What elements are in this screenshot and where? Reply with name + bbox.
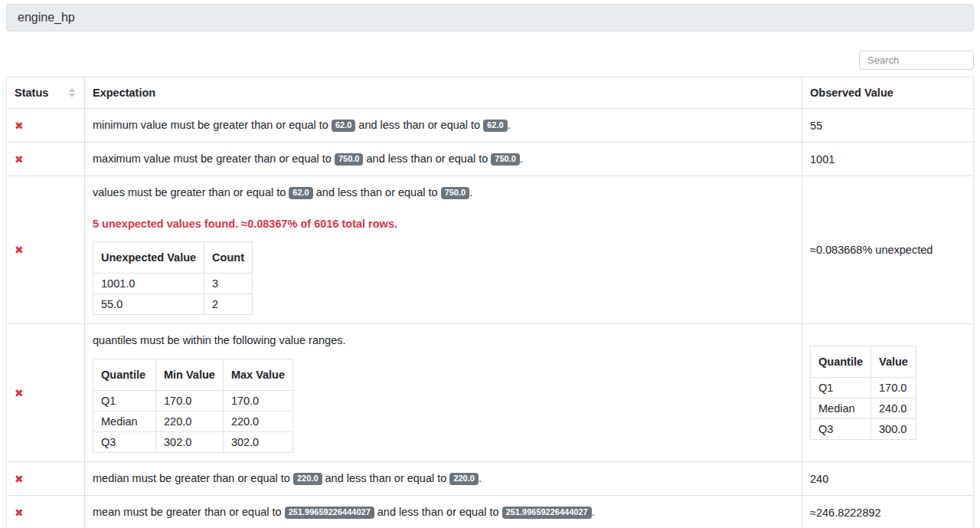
expectation-sentence: median must be greater than or equal to … bbox=[93, 471, 794, 487]
expectation-column-header: Expectation bbox=[85, 77, 802, 109]
expectation-row: ✖quantiles must be within the following … bbox=[7, 324, 974, 462]
fail-icon: ✖ bbox=[15, 244, 24, 256]
search-row bbox=[6, 51, 974, 70]
nested-table-header-cell: Value bbox=[871, 346, 916, 378]
nested-table-header-cell: Max Value bbox=[223, 359, 292, 391]
nested-table-header-cell: Count bbox=[204, 242, 253, 274]
nested-table-cell: Q3 bbox=[811, 419, 871, 440]
expectation-row: ✖maximum value must be greater than or e… bbox=[7, 143, 974, 176]
fail-icon: ✖ bbox=[15, 120, 24, 132]
nested-table-cell: Q1 bbox=[93, 391, 156, 412]
table-header-row: Status Expectation Observed Value bbox=[7, 77, 974, 109]
expectation-text: median must be greater than or equal to bbox=[93, 472, 293, 484]
value-badge: 251.99659226444027 bbox=[285, 507, 374, 519]
value-badge: 220.0 bbox=[449, 473, 479, 485]
expectation-text: and less than or equal to bbox=[313, 186, 441, 198]
nested-table-cell: 300.0 bbox=[871, 419, 916, 440]
expectation-sentence: mean must be greater than or equal to 25… bbox=[93, 504, 794, 520]
expectation-row: ✖minimum value must be greater than or e… bbox=[7, 109, 974, 143]
fail-icon: ✖ bbox=[15, 473, 24, 485]
nested-table-cell: Q1 bbox=[811, 378, 871, 398]
observed-value-text: 55 bbox=[810, 120, 822, 132]
expectation-cell: values must be greater than or equal to … bbox=[85, 176, 802, 324]
nested-table-cell: Median bbox=[811, 398, 871, 419]
nested-table-cell: 3 bbox=[204, 274, 253, 294]
value-badge: 750.0 bbox=[335, 153, 364, 166]
status-header-label: Status bbox=[15, 87, 48, 99]
expectation-text: and less than or equal to bbox=[374, 506, 502, 518]
nested-table-header-row: QuantileMin ValueMax Value bbox=[93, 359, 293, 391]
nested-table-cell: 170.0 bbox=[871, 378, 916, 398]
status-cell: ✖ bbox=[7, 496, 85, 528]
expectation-text: and less than or equal to bbox=[355, 119, 483, 131]
nested-table-row: Median220.0220.0 bbox=[93, 412, 293, 432]
expectation-cell: quantiles must be within the following v… bbox=[85, 324, 802, 462]
search-input[interactable] bbox=[859, 51, 974, 70]
nested-table-row: Q1170.0170.0 bbox=[93, 391, 293, 412]
expectation-text: and less than or equal to bbox=[322, 472, 450, 484]
value-badge: 251.99659226444027 bbox=[502, 507, 592, 519]
observed-value-text: 1001 bbox=[810, 153, 835, 166]
nested-table: Unexpected ValueCount1001.0355.02 bbox=[93, 241, 253, 315]
status-cell: ✖ bbox=[7, 176, 85, 324]
nested-table-header-cell: Quantile bbox=[811, 346, 871, 378]
nested-table-head: QuantileMin ValueMax Value bbox=[93, 359, 293, 391]
expectation-row: ✖values must be greater than or equal to… bbox=[7, 176, 974, 324]
nested-table-row: Median240.0 bbox=[811, 398, 916, 419]
status-cell: ✖ bbox=[7, 143, 85, 176]
unexpected-values-alert: 5 unexpected values found. ≈0.08367% of … bbox=[93, 216, 794, 231]
expectation-sentence: quantiles must be within the following v… bbox=[93, 333, 794, 349]
status-cell: ✖ bbox=[7, 109, 85, 143]
expectation-sentence: maximum value must be greater than or eq… bbox=[93, 151, 794, 167]
expectation-text: . bbox=[592, 506, 595, 518]
nested-table-cell: 2 bbox=[204, 294, 253, 315]
nested-table-cell: 302.0 bbox=[223, 432, 292, 453]
nested-table-cell: 170.0 bbox=[223, 391, 292, 412]
expectation-text: . bbox=[520, 152, 523, 165]
nested-table-header-row: QuantileValue bbox=[811, 346, 916, 378]
nested-table-row: Q3300.0 bbox=[811, 419, 916, 440]
expectation-sentence: minimum value must be greater than or eq… bbox=[93, 117, 794, 133]
expectation-cell: maximum value must be greater than or eq… bbox=[85, 143, 802, 176]
nested-table-cell: 170.0 bbox=[156, 391, 224, 412]
nested-table-head: Unexpected ValueCount bbox=[93, 242, 253, 274]
nested-table-row: Q1170.0 bbox=[811, 378, 916, 398]
page-title: engine_hp bbox=[18, 11, 75, 24]
nested-table-cell: Median bbox=[93, 412, 156, 432]
nested-table-cell: 1001.0 bbox=[93, 274, 204, 294]
nested-table-cell: 302.0 bbox=[156, 432, 224, 453]
value-badge: 62.0 bbox=[332, 120, 355, 132]
nested-table-body: 1001.0355.02 bbox=[93, 274, 253, 315]
observed-value-text: 240 bbox=[810, 473, 828, 485]
expectation-text: . bbox=[469, 186, 472, 198]
expectation-cell: minimum value must be greater than or eq… bbox=[85, 109, 802, 143]
expectation-cell: median must be greater than or equal to … bbox=[85, 462, 802, 496]
column-section-header: engine_hp bbox=[6, 4, 974, 31]
expectation-row: ✖median must be greater than or equal to… bbox=[7, 462, 974, 496]
observed-column-header: Observed Value bbox=[802, 77, 974, 109]
expectation-text: . bbox=[508, 119, 511, 131]
nested-table-cell: 220.0 bbox=[223, 412, 292, 432]
expectation-row: ✖mean must be greater than or equal to 2… bbox=[7, 496, 974, 528]
nested-table-header-cell: Unexpected Value bbox=[93, 242, 204, 274]
nested-table-header-cell: Min Value bbox=[156, 359, 224, 391]
observed-header-label: Observed Value bbox=[810, 87, 893, 99]
observed-value-cell: 240 bbox=[802, 462, 974, 496]
status-column-header[interactable]: Status bbox=[7, 77, 85, 109]
expectations-table-body: ✖minimum value must be greater than or e… bbox=[7, 109, 974, 528]
fail-icon: ✖ bbox=[15, 387, 24, 399]
nested-table-row: 55.02 bbox=[93, 294, 253, 315]
value-badge: 62.0 bbox=[483, 120, 507, 132]
expectation-text: and less than or equal to bbox=[363, 152, 491, 165]
nested-table-header-cell: Quantile bbox=[93, 359, 156, 391]
nested-table-cell: Q3 bbox=[93, 432, 156, 453]
nested-table-cell: 55.0 bbox=[93, 294, 204, 315]
observed-value-cell: ≈0.083668% unexpected bbox=[802, 176, 974, 324]
observed-value-text: ≈0.083668% unexpected bbox=[810, 244, 933, 256]
value-badge: 750.0 bbox=[491, 153, 520, 166]
sort-icon bbox=[69, 88, 75, 97]
nested-table-head: QuantileValue bbox=[811, 346, 916, 378]
observed-value-cell: 1001 bbox=[802, 143, 974, 176]
expectation-header-label: Expectation bbox=[93, 87, 155, 99]
expectation-text: values must be greater than or equal to bbox=[93, 186, 289, 198]
